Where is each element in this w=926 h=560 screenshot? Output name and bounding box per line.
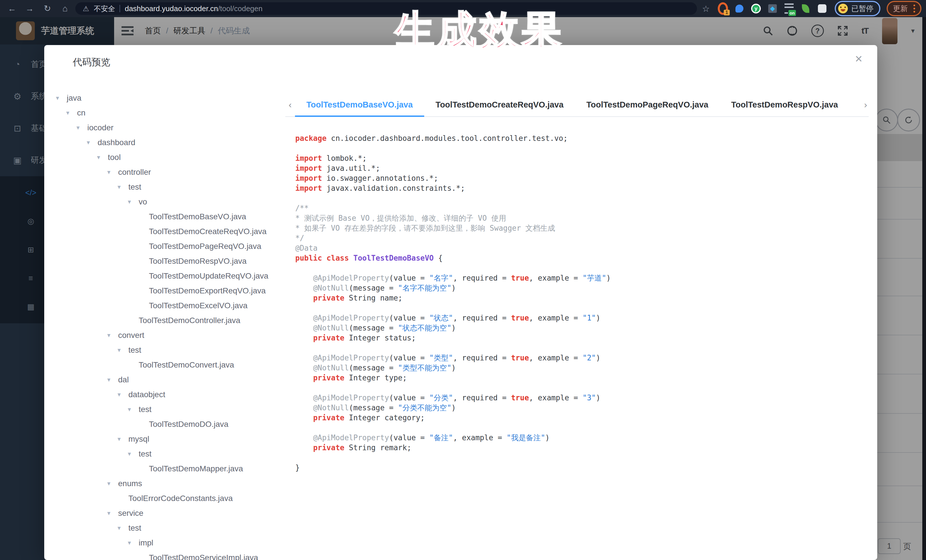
tree-node[interactable]: ▾ToolTestDemoServiceImpl.java	[44, 550, 285, 560]
tree-node[interactable]: ▾test	[44, 402, 285, 417]
tree-caret-icon[interactable]: ▾	[107, 376, 118, 383]
tree-caret-icon[interactable]: ▾	[66, 109, 76, 116]
address-bar[interactable]: ⚠ 不安全 dashboard.yudao.iocoder.cn/tool/co…	[75, 2, 697, 15]
close-icon[interactable]: ×	[855, 53, 862, 65]
back-icon[interactable]: ←	[5, 0, 20, 17]
chrome-update-button[interactable]: 更新	[887, 1, 921, 16]
file-tab[interactable]: ToolTestDemoPageReqVO.java	[575, 93, 720, 116]
tree-node[interactable]: ▾mysql	[44, 432, 285, 447]
tree-caret-icon[interactable]: ▾	[128, 406, 138, 413]
extension-icon-leaf[interactable]	[800, 3, 811, 14]
tree-node[interactable]: ▾ToolTestDemoDO.java	[44, 417, 285, 432]
tree-node[interactable]: ▾convert	[44, 328, 285, 343]
tree-file-label: ToolTestDemoMapper.java	[148, 464, 243, 473]
tree-caret-icon[interactable]: ▾	[107, 332, 118, 339]
tree-caret-icon[interactable]: ▾	[87, 139, 97, 146]
tree-node[interactable]: ▾service	[44, 506, 285, 521]
extension-icon-green-y[interactable]: y	[751, 3, 761, 14]
tree-caret-icon[interactable]: ▾	[56, 94, 66, 102]
tab-next-icon[interactable]: ›	[861, 100, 870, 110]
file-tab[interactable]: ToolTestDemoCreateReqVO.java	[424, 93, 575, 116]
security-warning-icon[interactable]: ⚠	[83, 5, 89, 13]
tree-caret-icon[interactable]: ▾	[97, 154, 107, 161]
tree-node[interactable]: ▾ToolTestDemoRespVO.java	[44, 254, 285, 269]
tree-node[interactable]: ▾ToolTestDemoUpdateReqVO.java	[44, 269, 285, 284]
tree-caret-icon[interactable]: ▾	[128, 539, 138, 546]
tree-caret-icon[interactable]: ▾	[107, 510, 118, 517]
tree-node[interactable]: ▾ToolErrorCodeConstants.java	[44, 491, 285, 506]
tree-node[interactable]: ▾ToolTestDemoExcelVO.java	[44, 298, 285, 313]
extension-icon-diamond[interactable]: ◆	[767, 3, 778, 14]
code-line: private String remark;	[295, 443, 866, 453]
tree-node[interactable]: ▾dal	[44, 372, 285, 387]
tree-caret-icon[interactable]: ▾	[118, 183, 128, 191]
code-line: import io.swagger.annotations.*;	[295, 174, 866, 183]
tree-caret-icon[interactable]: ▾	[128, 198, 138, 205]
browser-menu-icon[interactable]	[914, 5, 915, 12]
code-line: @NotNull(message = "名字不能为空")	[295, 283, 866, 293]
code-line	[295, 383, 866, 393]
tree-file-label: ToolTestDemoPageReqVO.java	[148, 242, 261, 251]
code-line: * 如果子 VO 存在差异的字段，请不要添加到这里，影响 Swagger 文档生…	[295, 223, 866, 233]
tree-node[interactable]: ▾dashboard	[44, 135, 285, 150]
tree-caret-icon[interactable]: ▾	[128, 450, 138, 457]
tree-node[interactable]: ▾test	[44, 343, 285, 358]
code-line	[295, 263, 866, 273]
tree-node[interactable]: ▾java	[44, 91, 285, 106]
home-icon[interactable]: ⌂	[57, 0, 73, 17]
diamond-icon: ◆	[768, 4, 777, 13]
tree-folder-label: test	[128, 183, 141, 192]
profile-paused-button[interactable]: 已暂停	[835, 1, 881, 16]
tree-node[interactable]: ▾controller	[44, 165, 285, 180]
tree-folder-label: cn	[76, 108, 86, 118]
file-tab[interactable]: ToolTe	[849, 93, 861, 116]
tree-caret-icon[interactable]: ▾	[118, 524, 128, 532]
extension-icon-orange[interactable]: 1	[718, 3, 728, 14]
code-line: @ApiModelProperty(value = "备注", example …	[295, 433, 866, 443]
tree-node[interactable]: ▾enums	[44, 476, 285, 491]
code-line: @Data	[295, 243, 866, 253]
on-badge: on	[788, 9, 796, 17]
tree-file-label: ToolTestDemoDO.java	[148, 420, 228, 429]
tree-node[interactable]: ▾ToolTestDemoController.java	[44, 313, 285, 328]
tree-node[interactable]: ▾ToolTestDemoBaseVO.java	[44, 209, 285, 224]
tree-node[interactable]: ▾dataobject	[44, 387, 285, 402]
tree-caret-icon[interactable]: ▾	[118, 346, 128, 354]
tree-folder-label: dashboard	[97, 138, 135, 147]
file-tab[interactable]: ToolTestDemoBaseVO.java	[295, 93, 424, 116]
tree-folder-label: mysql	[128, 435, 149, 444]
tree-caret-icon[interactable]: ▾	[76, 124, 87, 131]
tree-node[interactable]: ▾iocoder	[44, 120, 285, 135]
tree-node[interactable]: ▾ToolTestDemoExportReqVO.java	[44, 284, 285, 298]
puzzle-icon	[818, 4, 826, 13]
code-line: @ApiModelProperty(value = "分类", required…	[295, 393, 866, 403]
tree-node[interactable]: ▾ToolTestDemoMapper.java	[44, 461, 285, 476]
bookmark-star-icon[interactable]: ☆	[702, 4, 710, 14]
extension-icon-list[interactable]: on	[784, 3, 794, 14]
reload-icon[interactable]: ↻	[40, 0, 55, 17]
tree-node[interactable]: ▾ToolTestDemoCreateReqVO.java	[44, 224, 285, 239]
tree-node[interactable]: ▾impl	[44, 536, 285, 550]
extension-icon-drop[interactable]	[734, 3, 744, 14]
tree-node[interactable]: ▾test	[44, 447, 285, 461]
tree-node[interactable]: ▾tool	[44, 150, 285, 165]
paused-label: 已暂停	[851, 4, 873, 14]
file-tab[interactable]: ToolTestDemoRespVO.java	[720, 93, 849, 116]
tree-node[interactable]: ▾ToolTestDemoPageReqVO.java	[44, 239, 285, 254]
url-text: dashboard.yudao.iocoder.cn/tool/codegen	[125, 4, 262, 13]
extensions-puzzle-icon[interactable]	[817, 3, 827, 14]
forward-icon[interactable]: →	[22, 0, 37, 17]
tree-node[interactable]: ▾test	[44, 180, 285, 195]
green-y-icon: y	[751, 4, 761, 14]
tree-caret-icon[interactable]: ▾	[118, 391, 128, 398]
tree-caret-icon[interactable]: ▾	[107, 169, 118, 176]
tree-caret-icon[interactable]: ▾	[118, 435, 128, 443]
tab-prev-icon[interactable]: ‹	[285, 100, 295, 110]
code-line	[295, 453, 866, 463]
tree-node[interactable]: ▾ToolTestDemoConvert.java	[44, 358, 285, 372]
tree-node[interactable]: ▾test	[44, 521, 285, 536]
code-line	[295, 193, 866, 203]
tree-node[interactable]: ▾cn	[44, 106, 285, 120]
tree-node[interactable]: ▾vo	[44, 195, 285, 209]
tree-caret-icon[interactable]: ▾	[107, 480, 118, 487]
